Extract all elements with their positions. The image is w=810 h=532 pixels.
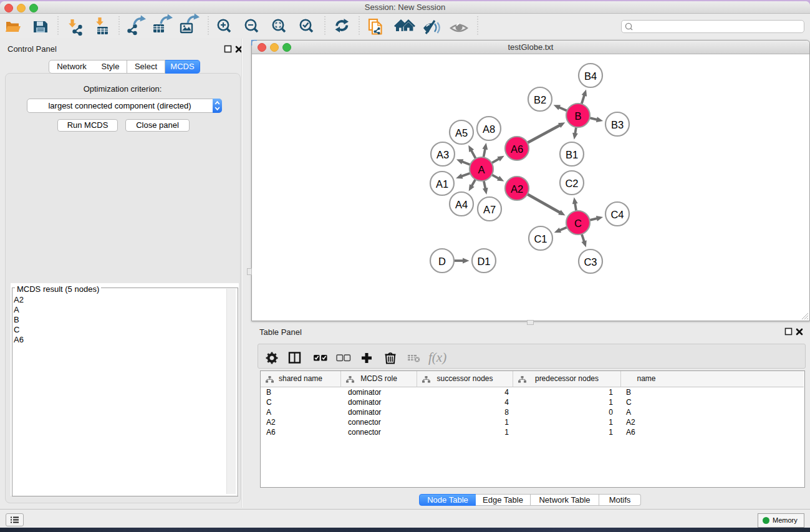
svg-text:B3: B3 [611, 119, 624, 130]
svg-text:C2: C2 [565, 178, 578, 189]
svg-text:A1: A1 [436, 178, 448, 190]
svg-text:B1: B1 [566, 149, 578, 160]
svg-text:A2: A2 [511, 183, 523, 195]
svg-text:B: B [574, 110, 581, 122]
svg-text:B2: B2 [534, 94, 546, 105]
svg-text:B4: B4 [584, 70, 597, 82]
svg-text:A6: A6 [511, 143, 523, 155]
svg-text:D: D [438, 256, 446, 267]
svg-text:A3: A3 [436, 149, 449, 160]
svg-text:A7: A7 [483, 204, 496, 215]
svg-text:A: A [478, 164, 485, 175]
svg-text:A5: A5 [455, 127, 468, 138]
svg-text:A4: A4 [455, 199, 468, 210]
svg-text:C4: C4 [610, 209, 624, 220]
svg-text:A8: A8 [483, 123, 495, 135]
svg-text:D1: D1 [477, 256, 490, 267]
svg-text:C3: C3 [584, 256, 597, 268]
svg-text:C1: C1 [534, 233, 547, 244]
svg-text:C: C [574, 218, 582, 229]
